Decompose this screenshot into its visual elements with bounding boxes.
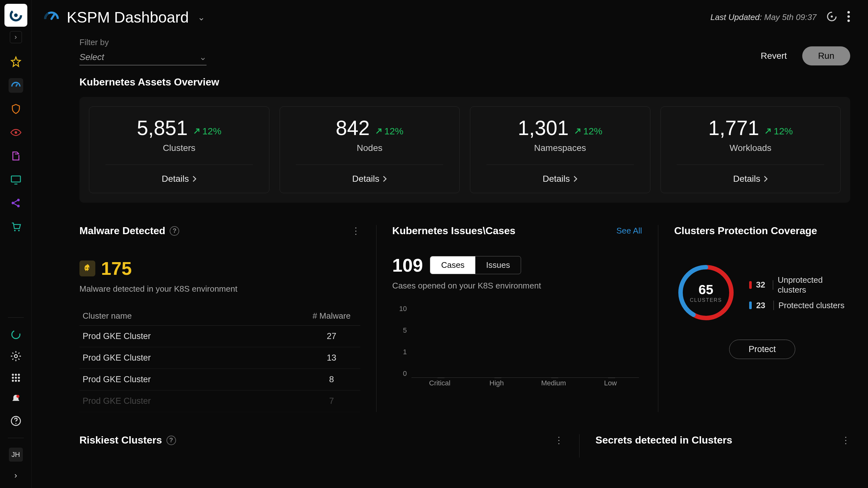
svg-point-14 — [12, 377, 14, 379]
run-button[interactable]: Run — [802, 47, 850, 65]
riskiest-title: Riskiest Clusters — [80, 434, 162, 446]
nav-settings-icon[interactable] — [8, 349, 23, 363]
nav-cart-icon[interactable] — [8, 219, 23, 234]
nav-monitor-icon[interactable] — [8, 172, 23, 187]
more-menu-icon[interactable]: ⋮ — [841, 435, 850, 446]
last-updated: Last Updated: May 5th 09:37 — [710, 12, 816, 22]
issues-title: Kubernetes Issues\Cases — [392, 225, 516, 237]
svg-point-25 — [847, 11, 850, 14]
stat-label: Nodes — [357, 143, 382, 153]
sidebar-divider — [8, 438, 24, 438]
nav-refresh-icon[interactable] — [8, 327, 23, 342]
svg-point-7 — [14, 230, 16, 231]
topbar: KSPM Dashboard ⌄ Last Updated: May 5th 0… — [32, 0, 868, 34]
table-row[interactable]: Prod GKE Cluster13 — [80, 347, 360, 369]
table-header-name: Cluster name — [80, 311, 303, 321]
more-menu-icon[interactable]: ⋮ — [554, 435, 563, 446]
details-link[interactable]: Details — [352, 165, 387, 193]
revert-button[interactable]: Revert — [754, 47, 793, 65]
details-link[interactable]: Details — [162, 165, 197, 193]
malware-table: Cluster name # Malware Prod GKE Cluster2… — [80, 307, 360, 412]
malware-count: 175 — [101, 258, 132, 279]
table-header-count: # Malware — [303, 311, 360, 321]
svg-point-29 — [88, 267, 89, 269]
nav-eye-icon[interactable] — [8, 125, 23, 140]
more-menu-icon[interactable] — [847, 10, 850, 24]
svg-point-8 — [18, 230, 20, 231]
coverage-panel: Clusters Protection Coverage 65 CLUSTERS — [658, 225, 850, 412]
issues-panel: Kubernetes Issues\Cases See All 109 Case… — [376, 225, 658, 412]
malware-subtitle: Malware detected in your K8S environment — [80, 284, 360, 294]
svg-point-18 — [14, 380, 17, 382]
svg-point-20 — [16, 395, 20, 398]
table-row[interactable]: Prod GKE Cluster27 — [80, 326, 360, 347]
svg-point-17 — [12, 380, 14, 382]
nav-favorites-icon[interactable] — [8, 55, 23, 69]
info-icon[interactable]: ? — [170, 226, 179, 236]
cases-issues-toggle: Cases Issues — [430, 256, 521, 274]
secrets-panel: Secrets detected in Clusters ⋮ — [580, 434, 850, 458]
nav-notifications-icon[interactable] — [8, 392, 23, 407]
table-row[interactable]: Prod GKE Cluster7 — [80, 391, 360, 412]
chevron-down-icon[interactable]: ⌄ — [197, 12, 205, 23]
stat-value: 5,851 — [137, 116, 188, 140]
svg-point-1 — [14, 13, 18, 17]
gauge-icon — [42, 7, 61, 27]
coverage-title: Clusters Protection Coverage — [674, 225, 817, 237]
stat-label: Workloads — [730, 143, 771, 153]
svg-point-27 — [847, 20, 850, 22]
nav-shield-icon[interactable] — [8, 102, 23, 116]
nav-share-icon[interactable] — [8, 196, 23, 210]
details-link[interactable]: Details — [542, 165, 578, 193]
trend-up-icon: 12% — [193, 126, 221, 136]
stat-card: 842 12% Nodes Details — [280, 106, 460, 193]
overview-section: Kubernetes Assets Overview 5,851 12% Clu… — [32, 73, 868, 203]
toggle-cases[interactable]: Cases — [430, 256, 475, 274]
filter-label: Filter by — [80, 37, 207, 47]
issues-count: 109 — [392, 254, 423, 276]
legend-protected: 23 Protected clusters — [749, 301, 850, 310]
trend-up-icon: 12% — [375, 126, 403, 136]
trend-up-icon: 12% — [764, 126, 793, 136]
nav-export-icon[interactable] — [8, 149, 23, 163]
stat-card: 5,851 12% Clusters Details — [89, 106, 270, 193]
stat-label: Namespaces — [534, 143, 586, 153]
skull-icon — [80, 261, 95, 276]
user-avatar[interactable]: JH — [9, 448, 23, 462]
sidebar: › JH › — [0, 0, 32, 488]
refresh-icon[interactable] — [826, 10, 838, 24]
coverage-total: 65 — [699, 282, 714, 297]
table-row[interactable]: Prod GKE Cluster8 — [80, 369, 360, 391]
stat-value: 1,301 — [518, 116, 569, 140]
protect-button[interactable]: Protect — [729, 340, 795, 359]
stat-label: Clusters — [163, 143, 195, 153]
malware-panel: Malware Detected ? ⋮ 175 Malware detecte… — [80, 225, 376, 412]
stat-value: 842 — [336, 116, 370, 140]
stat-card: 1,771 12% Workloads Details — [660, 106, 841, 193]
coverage-total-label: CLUSTERS — [690, 297, 722, 303]
riskiest-panel: Riskiest Clusters ? ⋮ — [80, 434, 580, 458]
nav-dashboard-icon[interactable] — [8, 78, 23, 93]
svg-point-15 — [14, 377, 17, 379]
sidebar-collapse-icon[interactable]: › — [14, 470, 17, 480]
svg-point-2 — [14, 131, 17, 134]
details-link[interactable]: Details — [733, 165, 768, 193]
svg-point-22 — [15, 423, 16, 424]
nav-help-icon[interactable] — [8, 414, 23, 428]
info-icon[interactable]: ? — [166, 435, 176, 445]
toggle-issues[interactable]: Issues — [475, 256, 521, 274]
malware-title: Malware Detected — [80, 225, 165, 237]
issues-chart: 10510 CriticalHighMediumLow — [392, 305, 642, 387]
see-all-link[interactable]: See All — [616, 226, 642, 236]
app-logo[interactable] — [4, 4, 27, 27]
sidebar-expand-button[interactable]: › — [10, 31, 22, 43]
filter-select[interactable]: Select ⌄ — [80, 49, 207, 65]
more-menu-icon[interactable]: ⋮ — [351, 225, 360, 236]
svg-point-13 — [18, 374, 20, 375]
nav-apps-icon[interactable] — [8, 370, 23, 385]
legend-unprotected: 32 Unprotected clusters — [749, 275, 850, 295]
secrets-title: Secrets detected in Clusters — [595, 434, 732, 446]
svg-point-16 — [18, 377, 20, 379]
svg-point-12 — [14, 374, 17, 375]
page-title: KSPM Dashboard — [67, 8, 189, 26]
